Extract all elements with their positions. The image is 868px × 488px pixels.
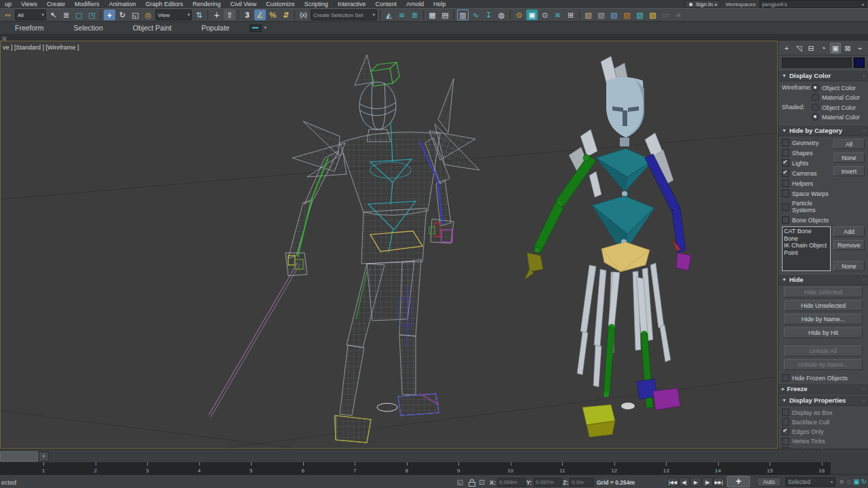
tab-utilities[interactable]: ⊠ [842,43,853,54]
tab-create[interactable]: + [781,43,792,54]
angle-snap-icon[interactable]: ∠ ▾ [254,9,266,20]
layer-explorer-icon[interactable]: ▤ ▾ [439,9,451,20]
go-to-start-button[interactable]: |◀◀ [667,477,678,487]
ribbon-tab[interactable]: Object Paint [118,24,186,32]
dope-sheet-icon[interactable]: ↧ ▾ [483,9,494,20]
hide-action-button[interactable]: Hide Unselected [784,300,863,311]
display-property-row[interactable]: Edges Only [782,428,865,435]
ribbon-tab[interactable]: Populate [186,24,244,32]
checkbox-icon[interactable] [782,169,789,177]
absolute-mode-icon[interactable]: ⊡ [477,478,486,487]
bone-category-list[interactable]: CAT Bone Bone IK Chain Object Point [782,226,831,271]
list-item[interactable]: IK Chain Object [784,242,829,249]
select-and-rotate-icon[interactable]: ↻ ▾ [117,9,128,20]
select-and-manipulate-icon[interactable]: ∔ ▾ [211,9,222,20]
named-selection-sets-icon[interactable]: {x} ▾ [298,9,309,20]
object-color-swatch[interactable] [854,58,865,68]
panel-pin-icon[interactable]: ⌁ [854,43,865,54]
curve-editor-icon[interactable]: ∿ ▾ [470,9,481,20]
checkbox-icon[interactable] [782,180,789,187]
category-action-button[interactable]: Invert [833,166,865,176]
hide-frozen-row[interactable]: Hide Frozen Objects [778,371,868,383]
selection-filter-dropdown[interactable]: All ▾ [15,9,46,20]
category-checkbox-row[interactable]: Cameras [782,169,833,177]
checkbox-icon[interactable] [782,409,789,416]
checkbox-icon[interactable] [782,428,789,435]
ribbon-config-button[interactable]: ▾ [250,24,267,32]
snap-toggle-3d-icon[interactable]: 3 ▾ [241,9,253,20]
rendered-frame-window-icon[interactable]: ▣ ▾ [526,9,538,20]
menu-item[interactable]: Customize [261,1,300,7]
tab-hierarchy[interactable]: ⊟ [806,43,816,54]
shaded-material-color-option[interactable]: Material Color [812,113,860,121]
spear[interactable] [209,262,300,417]
civil-view-user-icon[interactable]: ▧ ▾ [595,9,607,20]
radio-icon[interactable] [812,94,819,101]
previous-frame-button[interactable]: ◀| [679,477,690,487]
category-checkbox-row[interactable]: Helpers [782,180,833,187]
percent-snap-icon[interactable]: % ▾ [267,9,279,20]
key-filter-dropdown[interactable]: Selected ▾ [785,477,835,487]
zoom-icon[interactable]: ○ [838,477,845,487]
selection-region-icon[interactable]: ◱ [456,478,465,487]
set-key-button[interactable]: + [727,476,750,487]
spinner-snap-icon[interactable]: ⇵ ▾ [280,9,292,20]
display-property-row[interactable]: Backface Cull [782,418,865,426]
category-checkbox-row[interactable]: Space Warps [782,190,833,197]
radio-icon[interactable] [812,84,819,92]
rollout-freeze[interactable]: ▸ Freeze ▪ [778,383,868,394]
render-in-cloud-icon[interactable]: ≋ ▾ [552,9,564,20]
rollout-display-color[interactable]: ▼ Display Color ▪ [778,70,868,81]
keyboard-override-icon[interactable]: ⇧ ▾ [224,9,235,20]
menu-item[interactable]: Graph Editors [140,1,188,7]
list-item[interactable]: Point [784,249,829,257]
layer-manager-icon[interactable]: ≣ ▾ [409,9,420,20]
list-action-button[interactable]: Add [833,226,865,237]
track-bar[interactable]: 1 2 3 4 5 6 7 8 9 10 11 12 [0,462,868,474]
create-selection-set-dropdown[interactable]: Create Selection Set ▾ [311,9,377,20]
tab-display[interactable]: ▣ [830,43,841,54]
workspace-dropdown[interactable]: jiangjunli's ▾ [760,0,867,8]
go-to-end-button[interactable]: ▶▶| [713,477,724,487]
list-item[interactable]: Bone [784,235,829,243]
ribbon-tab[interactable]: Freeform [0,24,59,32]
hide-action-button[interactable]: Unhide All [784,346,863,357]
civil-view-settings-icon[interactable]: ▧ ▾ [621,9,633,20]
list-action-button[interactable]: Remove [833,240,865,250]
select-object-icon[interactable]: ↖ ▾ [47,9,59,20]
reference-coordinate-dropdown[interactable]: View ▾ [155,9,192,20]
hide-action-button[interactable]: Hide by Hit [784,327,863,338]
render-production-icon[interactable]: ⊙ ▾ [539,9,551,20]
play-button[interactable]: ▶ [690,477,701,487]
menu-item[interactable]: Civil View [226,1,262,7]
hide-action-button[interactable]: Hide by Name... [784,314,863,325]
helper-cube[interactable] [371,62,399,86]
rectangular-selection-icon[interactable]: ▢ ▾ [73,9,85,20]
checkbox-icon[interactable] [782,149,789,157]
list-none-button[interactable]: None [833,261,865,271]
rollout-hide[interactable]: ▼ Hide ▪ [778,274,868,285]
bone-rig-character[interactable] [524,56,691,437]
checkbox-icon[interactable] [782,374,789,382]
use-pivot-center-icon[interactable]: ⇅ ▾ [193,9,205,20]
z-coordinate-field[interactable]: 0.0m [570,478,594,487]
checkbox-icon[interactable] [782,203,789,211]
material-editor-icon[interactable]: ◍ ▾ [496,9,507,20]
next-frame-button[interactable]: |▶ [702,477,713,487]
checkbox-icon[interactable] [782,159,789,167]
category-checkbox-row[interactable]: Bone Objects [782,216,833,224]
scene-explorer-icon[interactable]: ▦ ▾ [427,9,438,20]
category-action-button[interactable]: None [833,152,865,163]
settings-disabled-icon[interactable]: ∗ ▾ [673,9,684,20]
menu-item[interactable]: Create [42,1,70,7]
ribbon-toggle-icon[interactable]: ▥ ▾ [457,9,469,20]
auto-key-button[interactable]: Auto [757,477,781,487]
category-checkbox-row[interactable]: Lights [782,159,833,167]
list-item[interactable]: CAT Bone [784,228,829,235]
time-slider[interactable]: › [0,449,868,463]
track-bar-scale[interactable]: 1 2 3 4 5 6 7 8 9 10 11 12 [0,462,831,474]
wireframe-object-color-option[interactable]: Object Color [812,84,860,92]
display-property-row[interactable]: Display as Box [782,409,865,416]
menu-item[interactable]: Scripting [300,1,333,7]
rollout-hide-by-category[interactable]: ▼ Hide by Category ▪ [778,125,868,136]
